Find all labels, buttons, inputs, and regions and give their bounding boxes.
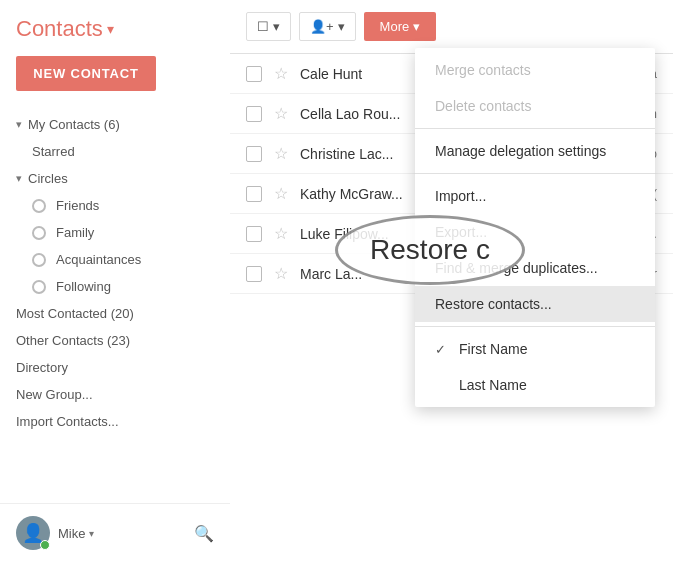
more-button[interactable]: More ▾ xyxy=(364,12,437,41)
sidebar: Contacts ▾ NEW CONTACT ▾ My Contacts (6)… xyxy=(0,0,230,562)
sidebar-item-new-group[interactable]: New Group... xyxy=(0,381,230,408)
dropdown-item-restore-contacts[interactable]: Restore contacts... xyxy=(415,286,655,322)
more-arrow-icon: ▾ xyxy=(413,19,420,34)
dropdown-divider-1 xyxy=(415,128,655,129)
dropdown-item-manage-delegation[interactable]: Manage delegation settings xyxy=(415,133,655,169)
friends-label: Friends xyxy=(56,198,99,213)
star-icon[interactable]: ☆ xyxy=(274,144,288,163)
dropdown-item-find-merge-duplicates[interactable]: Find & merge duplicates... xyxy=(415,250,655,286)
star-icon[interactable]: ☆ xyxy=(274,264,288,283)
new-contact-button[interactable]: NEW CONTACT xyxy=(16,56,156,91)
last-name-label: Last Name xyxy=(459,377,527,393)
empty-check-icon xyxy=(435,378,451,393)
contact-checkbox[interactable] xyxy=(246,226,262,242)
my-contacts-arrow-icon: ▾ xyxy=(16,118,22,131)
more-dropdown-menu: Merge contacts Delete contacts Manage de… xyxy=(415,48,655,407)
app-title-text: Contacts xyxy=(16,16,103,42)
sidebar-item-import-contacts[interactable]: Import Contacts... xyxy=(0,408,230,435)
dropdown-item-delete-contacts: Delete contacts xyxy=(415,88,655,124)
contact-checkbox[interactable] xyxy=(246,146,262,162)
select-all-checkbox-button[interactable]: ☐ ▾ xyxy=(246,12,291,41)
sidebar-section-my-contacts[interactable]: ▾ My Contacts (6) xyxy=(0,111,230,138)
sidebar-item-other-contacts[interactable]: Other Contacts (23) xyxy=(0,327,230,354)
dropdown-divider-2 xyxy=(415,173,655,174)
dropdown-item-merge-contacts: Merge contacts xyxy=(415,52,655,88)
contact-checkbox[interactable] xyxy=(246,186,262,202)
star-icon[interactable]: ☆ xyxy=(274,184,288,203)
sidebar-section-circles[interactable]: ▾ Circles xyxy=(0,165,230,192)
sidebar-item-starred[interactable]: Starred xyxy=(0,138,230,165)
add-circles-arrow-icon: ▾ xyxy=(338,19,345,34)
user-name[interactable]: Mike xyxy=(58,526,85,541)
circles-label: Circles xyxy=(28,171,68,186)
friends-dot-icon xyxy=(32,199,46,213)
star-icon[interactable]: ☆ xyxy=(274,104,288,123)
checkbox-arrow-icon: ▾ xyxy=(273,19,280,34)
sidebar-footer: 👤 Mike ▾ 🔍 xyxy=(0,503,230,562)
contact-checkbox[interactable] xyxy=(246,266,262,282)
sidebar-item-acquaintances[interactable]: Acquaintances xyxy=(0,246,230,273)
add-to-circles-button[interactable]: 👤+ ▾ xyxy=(299,12,356,41)
family-label: Family xyxy=(56,225,94,240)
user-dropdown-arrow-icon: ▾ xyxy=(89,528,94,539)
dropdown-item-export[interactable]: Export... xyxy=(415,214,655,250)
family-dot-icon xyxy=(32,226,46,240)
sidebar-item-directory[interactable]: Directory xyxy=(0,354,230,381)
star-icon[interactable]: ☆ xyxy=(274,64,288,83)
checkbox-icon: ☐ xyxy=(257,19,269,34)
following-dot-icon xyxy=(32,280,46,294)
first-name-label: First Name xyxy=(459,341,527,357)
dropdown-item-last-name[interactable]: Last Name xyxy=(415,367,655,403)
circles-arrow-icon: ▾ xyxy=(16,172,22,185)
online-status-indicator xyxy=(40,540,50,550)
sidebar-header: Contacts ▾ NEW CONTACT xyxy=(0,0,230,103)
contact-checkbox[interactable] xyxy=(246,106,262,122)
sidebar-nav: ▾ My Contacts (6) Starred ▾ Circles Frie… xyxy=(0,103,230,503)
dropdown-divider-3 xyxy=(415,326,655,327)
sidebar-item-most-contacted[interactable]: Most Contacted (20) xyxy=(0,300,230,327)
acquaintances-label: Acquaintances xyxy=(56,252,141,267)
add-person-icon: 👤+ xyxy=(310,19,334,34)
checkmark-icon: ✓ xyxy=(435,342,451,357)
search-button[interactable]: 🔍 xyxy=(194,524,214,543)
toolbar: ☐ ▾ 👤+ ▾ More ▾ xyxy=(230,0,673,54)
sidebar-item-family[interactable]: Family xyxy=(0,219,230,246)
my-contacts-label: My Contacts (6) xyxy=(28,117,120,132)
more-label: More xyxy=(380,19,410,34)
title-dropdown-arrow: ▾ xyxy=(107,21,114,37)
sidebar-item-following[interactable]: Following xyxy=(0,273,230,300)
dropdown-item-import[interactable]: Import... xyxy=(415,178,655,214)
avatar[interactable]: 👤 xyxy=(16,516,50,550)
sidebar-item-friends[interactable]: Friends xyxy=(0,192,230,219)
app-title[interactable]: Contacts ▾ xyxy=(16,16,214,42)
contact-checkbox[interactable] xyxy=(246,66,262,82)
following-label: Following xyxy=(56,279,111,294)
acquaintances-dot-icon xyxy=(32,253,46,267)
star-icon[interactable]: ☆ xyxy=(274,224,288,243)
dropdown-item-first-name[interactable]: ✓ First Name xyxy=(415,331,655,367)
